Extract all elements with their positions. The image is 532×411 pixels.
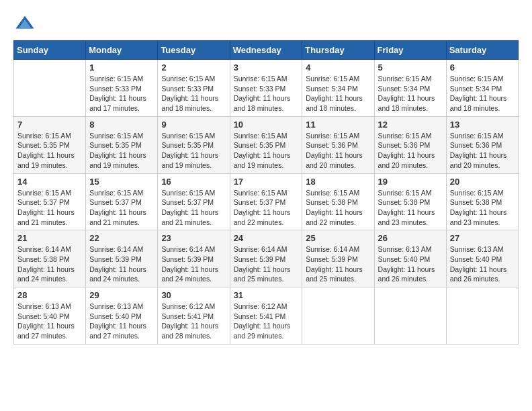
calendar-week-row: 14Sunrise: 6:15 AMSunset: 5:37 PMDayligh…	[14, 173, 519, 230]
day-number: 22	[89, 233, 154, 243]
day-number: 9	[161, 120, 226, 130]
calendar-day-cell	[446, 287, 518, 345]
day-number: 13	[450, 120, 515, 130]
day-number: 16	[161, 177, 226, 187]
day-number: 8	[89, 120, 154, 130]
day-number: 6	[450, 62, 515, 73]
day-detail: Sunrise: 6:15 AMSunset: 5:37 PMDaylight:…	[17, 188, 82, 228]
day-detail: Sunrise: 6:15 AMSunset: 5:34 PMDaylight:…	[306, 74, 370, 113]
weekday-header-cell: Sunday	[14, 41, 86, 60]
day-detail: Sunrise: 6:15 AMSunset: 5:36 PMDaylight:…	[378, 131, 443, 171]
calendar-day-cell: 30Sunrise: 6:12 AMSunset: 5:41 PMDayligh…	[158, 287, 230, 345]
day-number: 18	[306, 177, 370, 187]
day-number: 14	[17, 177, 82, 187]
day-detail: Sunrise: 6:13 AMSunset: 5:40 PMDaylight:…	[378, 244, 443, 284]
day-number: 27	[450, 233, 515, 243]
day-detail: Sunrise: 6:15 AMSunset: 5:35 PMDaylight:…	[234, 131, 299, 171]
day-number: 11	[306, 120, 370, 130]
calendar-day-cell: 9Sunrise: 6:15 AMSunset: 5:35 PMDaylight…	[158, 116, 230, 173]
day-detail: Sunrise: 6:15 AMSunset: 5:38 PMDaylight:…	[450, 188, 515, 228]
day-detail: Sunrise: 6:13 AMSunset: 5:40 PMDaylight:…	[89, 302, 154, 341]
day-number: 12	[378, 120, 443, 130]
calendar-day-cell: 26Sunrise: 6:13 AMSunset: 5:40 PMDayligh…	[374, 230, 446, 287]
day-number: 28	[17, 290, 82, 300]
day-detail: Sunrise: 6:15 AMSunset: 5:36 PMDaylight:…	[450, 131, 515, 171]
calendar-day-cell: 29Sunrise: 6:13 AMSunset: 5:40 PMDayligh…	[86, 287, 158, 345]
calendar-day-cell: 31Sunrise: 6:12 AMSunset: 5:41 PMDayligh…	[230, 287, 302, 345]
day-number: 2	[161, 62, 226, 73]
calendar-day-cell	[14, 60, 86, 117]
calendar-body: 1Sunrise: 6:15 AMSunset: 5:33 PMDaylight…	[14, 60, 519, 345]
weekday-header-cell: Thursday	[302, 41, 374, 60]
day-number: 24	[234, 233, 299, 243]
day-detail: Sunrise: 6:15 AMSunset: 5:35 PMDaylight:…	[17, 131, 82, 171]
day-number: 7	[17, 120, 82, 130]
day-number: 26	[378, 233, 443, 243]
calendar-day-cell	[302, 287, 374, 345]
logo	[13, 13, 35, 34]
calendar-day-cell: 17Sunrise: 6:15 AMSunset: 5:37 PMDayligh…	[230, 173, 302, 230]
day-number: 25	[306, 233, 370, 243]
day-detail: Sunrise: 6:14 AMSunset: 5:38 PMDaylight:…	[17, 244, 82, 284]
day-detail: Sunrise: 6:14 AMSunset: 5:39 PMDaylight:…	[234, 244, 299, 284]
calendar-day-cell: 1Sunrise: 6:15 AMSunset: 5:33 PMDaylight…	[86, 60, 158, 117]
calendar-day-cell: 12Sunrise: 6:15 AMSunset: 5:36 PMDayligh…	[374, 116, 446, 173]
day-number: 17	[234, 177, 299, 187]
calendar-week-row: 21Sunrise: 6:14 AMSunset: 5:38 PMDayligh…	[14, 230, 519, 287]
calendar-day-cell: 13Sunrise: 6:15 AMSunset: 5:36 PMDayligh…	[446, 116, 518, 173]
day-number: 10	[234, 120, 299, 130]
day-detail: Sunrise: 6:15 AMSunset: 5:33 PMDaylight:…	[234, 74, 299, 113]
day-detail: Sunrise: 6:14 AMSunset: 5:39 PMDaylight:…	[89, 244, 154, 284]
calendar-day-cell: 28Sunrise: 6:13 AMSunset: 5:40 PMDayligh…	[14, 287, 86, 345]
day-number: 4	[306, 62, 370, 73]
calendar-day-cell: 11Sunrise: 6:15 AMSunset: 5:36 PMDayligh…	[302, 116, 374, 173]
day-number: 3	[234, 62, 299, 73]
calendar-day-cell: 19Sunrise: 6:15 AMSunset: 5:38 PMDayligh…	[374, 173, 446, 230]
weekday-header-cell: Friday	[374, 41, 446, 60]
calendar-day-cell	[374, 287, 446, 345]
day-number: 20	[450, 177, 515, 187]
calendar-day-cell: 27Sunrise: 6:13 AMSunset: 5:40 PMDayligh…	[446, 230, 518, 287]
day-detail: Sunrise: 6:13 AMSunset: 5:40 PMDaylight:…	[450, 244, 515, 284]
day-number: 31	[234, 290, 299, 300]
day-detail: Sunrise: 6:15 AMSunset: 5:34 PMDaylight:…	[450, 74, 515, 113]
calendar-day-cell: 24Sunrise: 6:14 AMSunset: 5:39 PMDayligh…	[230, 230, 302, 287]
day-number: 29	[89, 290, 154, 300]
day-number: 5	[378, 62, 443, 73]
calendar-day-cell: 4Sunrise: 6:15 AMSunset: 5:34 PMDaylight…	[302, 60, 374, 117]
day-detail: Sunrise: 6:15 AMSunset: 5:37 PMDaylight:…	[161, 188, 226, 228]
day-detail: Sunrise: 6:15 AMSunset: 5:33 PMDaylight:…	[89, 74, 154, 113]
calendar-day-cell: 6Sunrise: 6:15 AMSunset: 5:34 PMDaylight…	[446, 60, 518, 117]
calendar-week-row: 7Sunrise: 6:15 AMSunset: 5:35 PMDaylight…	[14, 116, 519, 173]
day-detail: Sunrise: 6:14 AMSunset: 5:39 PMDaylight:…	[161, 244, 226, 284]
day-number: 15	[89, 177, 154, 187]
day-number: 30	[161, 290, 226, 300]
calendar-day-cell: 23Sunrise: 6:14 AMSunset: 5:39 PMDayligh…	[158, 230, 230, 287]
day-detail: Sunrise: 6:15 AMSunset: 5:37 PMDaylight:…	[234, 188, 299, 228]
calendar-day-cell: 7Sunrise: 6:15 AMSunset: 5:35 PMDaylight…	[14, 116, 86, 173]
calendar-day-cell: 3Sunrise: 6:15 AMSunset: 5:33 PMDaylight…	[230, 60, 302, 117]
page-header	[13, 13, 519, 34]
calendar-day-cell: 10Sunrise: 6:15 AMSunset: 5:35 PMDayligh…	[230, 116, 302, 173]
weekday-header-cell: Wednesday	[230, 41, 302, 60]
day-number: 19	[378, 177, 443, 187]
calendar-week-row: 1Sunrise: 6:15 AMSunset: 5:33 PMDaylight…	[14, 60, 519, 117]
day-detail: Sunrise: 6:15 AMSunset: 5:33 PMDaylight:…	[161, 74, 226, 113]
calendar-day-cell: 5Sunrise: 6:15 AMSunset: 5:34 PMDaylight…	[374, 60, 446, 117]
day-detail: Sunrise: 6:12 AMSunset: 5:41 PMDaylight:…	[161, 302, 226, 341]
calendar-day-cell: 14Sunrise: 6:15 AMSunset: 5:37 PMDayligh…	[14, 173, 86, 230]
calendar-day-cell: 20Sunrise: 6:15 AMSunset: 5:38 PMDayligh…	[446, 173, 518, 230]
day-detail: Sunrise: 6:15 AMSunset: 5:35 PMDaylight:…	[161, 131, 226, 171]
calendar-day-cell: 18Sunrise: 6:15 AMSunset: 5:38 PMDayligh…	[302, 173, 374, 230]
calendar-week-row: 28Sunrise: 6:13 AMSunset: 5:40 PMDayligh…	[14, 287, 519, 345]
day-number: 21	[17, 233, 82, 243]
calendar-day-cell: 8Sunrise: 6:15 AMSunset: 5:35 PMDaylight…	[86, 116, 158, 173]
day-number: 23	[161, 233, 226, 243]
day-detail: Sunrise: 6:15 AMSunset: 5:34 PMDaylight:…	[378, 74, 443, 113]
day-detail: Sunrise: 6:15 AMSunset: 5:36 PMDaylight:…	[306, 131, 370, 171]
day-detail: Sunrise: 6:12 AMSunset: 5:41 PMDaylight:…	[234, 302, 299, 341]
day-detail: Sunrise: 6:15 AMSunset: 5:35 PMDaylight:…	[89, 131, 154, 171]
logo-icon	[15, 13, 35, 34]
calendar-day-cell: 25Sunrise: 6:14 AMSunset: 5:39 PMDayligh…	[302, 230, 374, 287]
day-detail: Sunrise: 6:14 AMSunset: 5:39 PMDaylight:…	[306, 244, 370, 284]
